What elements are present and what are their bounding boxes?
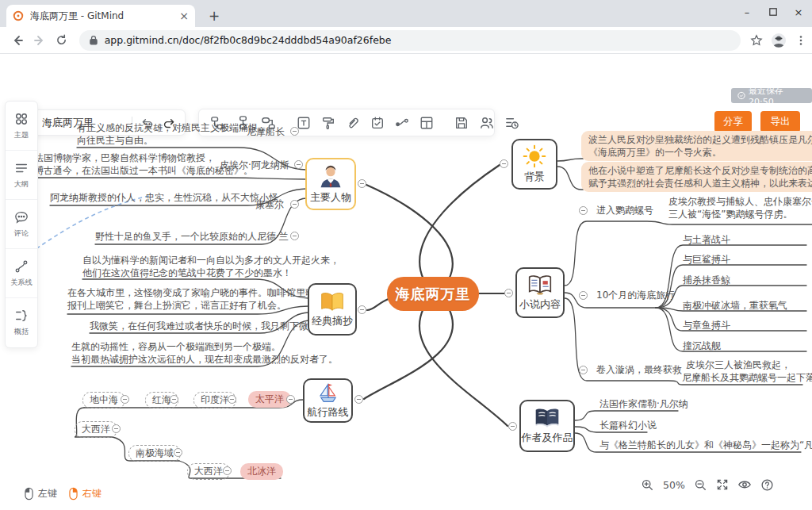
collapse-icon[interactable]: [294, 160, 303, 169]
topic-sea-atlantic-1[interactable]: 大西洋: [75, 421, 117, 438]
help-icon[interactable]: [760, 478, 774, 492]
branch-label: 航行路线: [308, 405, 349, 420]
topic-aronnax[interactable]: 皮埃尔·阿龙纳斯: [220, 159, 289, 171]
person-avatar-icon: [318, 163, 343, 189]
collapse-icon[interactable]: [223, 466, 232, 475]
topic-sea-arctic[interactable]: 北冰洋: [240, 463, 283, 480]
comment-icon: [14, 210, 29, 224]
collapse-icon[interactable]: [500, 159, 508, 168]
presentation-eye-icon[interactable]: [737, 477, 752, 492]
topic-sea-mediterranean[interactable]: 地中海: [82, 392, 125, 408]
tool-sidebar: 主题 大纲 评论 关系线 概括: [5, 101, 38, 348]
collapse-icon[interactable]: [290, 200, 299, 209]
topic-background-1[interactable]: 波兰人民反对沙皇独裁统治的起义遭到残酷镇压是凡尔纳创作 《海底两万里》的一个导火…: [581, 131, 812, 161]
topic-line: 他在小说中塑造了尼摩船长这个反对沙皇专制统治的高大形象，: [588, 164, 812, 177]
topic-aronnax-desc-1[interactable]: 法国博物学家，巴黎自然科学博物馆教授，: [34, 151, 215, 164]
sidebar-item-label: 概括: [14, 327, 29, 337]
sidebar-item-comment[interactable]: 评论: [6, 200, 37, 249]
topic-journey[interactable]: 10个月的海底旅行: [596, 289, 675, 301]
topic-nedland[interactable]: 尼德·兰: [257, 230, 289, 243]
topic-author-trilogy[interactable]: 与《格兰特船长的儿女》和《神秘岛》一起称为“凡尔纳三部曲”: [599, 439, 812, 451]
collapse-icon[interactable]: [290, 232, 299, 240]
topic-event-natives[interactable]: 与土著战斗: [683, 233, 730, 246]
collapse-icon[interactable]: [508, 422, 517, 431]
collapse-icon[interactable]: [121, 395, 129, 404]
collapse-icon[interactable]: [112, 424, 121, 433]
summary-icon: [14, 309, 29, 323]
topic-rescue-note-2[interactable]: 尼摩船长及其鹦鹉螺号一起下落不明。: [682, 371, 812, 384]
collapse-icon[interactable]: [579, 366, 588, 374]
topic-excerpt3[interactable]: 我微笑，在任何我难过或者快乐的时候，我只剩下微笑。: [90, 320, 327, 332]
branch-label: 背景: [524, 170, 545, 184]
topic-nemo-desc-1[interactable]: 有正义感的反抗英雄，对殖民主义极端痛恨，: [77, 121, 267, 134]
topic-excerpt4-l1[interactable]: 生就的动摇性，容易从一个极端跑到另一个极端。: [71, 340, 281, 353]
topic-excerpt1-l1[interactable]: 自以为懂科学的新闻记者和一向自以为多才的文人开起火来，: [82, 254, 339, 267]
topic-nemo[interactable]: 尼摩船长: [247, 125, 285, 138]
branch-node-background[interactable]: 背景: [511, 139, 557, 190]
topic-author-genre[interactable]: 长篇科幻小说: [599, 419, 657, 431]
zoom-level[interactable]: 50%: [663, 479, 685, 491]
collapse-icon[interactable]: [358, 305, 366, 314]
topic-enter-note-1[interactable]: 皮埃尔教授与捕鲸人、忠仆康塞尔一同追踪神秘: [668, 195, 812, 208]
branch-node-excerpts[interactable]: 经典摘抄: [308, 283, 357, 336]
topic-event-ice[interactable]: 南极冲破冰墙，重获氧气: [683, 299, 787, 312]
branch-node-route[interactable]: 航行路线: [303, 378, 353, 423]
collapse-icon[interactable]: [358, 179, 366, 188]
mouse-right-icon: [68, 487, 79, 500]
root-node[interactable]: 海底两万里: [387, 277, 479, 311]
right-click-hint: 右键: [68, 487, 102, 500]
topic-event-octopus[interactable]: 与章鱼搏斗: [683, 319, 730, 332]
topic-excerpt1-l2[interactable]: 他们在这次值得纪念的笔战中花费了不少的墨水！: [82, 267, 292, 279]
topic-rescue[interactable]: 卷入漩涡，最终获救: [596, 363, 682, 376]
collapse-icon[interactable]: [170, 395, 178, 404]
topic-conseil[interactable]: 康塞尔: [255, 198, 284, 211]
topic-line: 《海底两万里》的一个导火索。: [588, 146, 812, 159]
branch-node-characters[interactable]: 主要人物: [305, 158, 356, 210]
sidebar-item-outline[interactable]: 大纲: [6, 151, 37, 200]
topic-excerpt2-l1[interactable]: 在各大城市里，这怪物变成了家喻户晓的事件。咖啡馆里歌唱它，: [67, 286, 343, 299]
zoom-out-icon[interactable]: [694, 478, 707, 492]
collapse-icon[interactable]: [286, 395, 295, 404]
fit-screen-icon[interactable]: [716, 478, 729, 491]
collapse-icon[interactable]: [504, 289, 513, 297]
mouse-hint-bar: 左键 右键: [24, 487, 102, 500]
topic-conseil-desc[interactable]: 阿龙纳斯教授的仆人，忠实，生性沉稳，从不大惊小怪。: [50, 191, 288, 204]
collapse-icon[interactable]: [290, 127, 299, 136]
branch-node-content[interactable]: 小说内容: [515, 267, 565, 318]
collapse-icon[interactable]: [174, 448, 182, 457]
topic-enter-note-2[interactable]: 三人被“海怪”鹦鹉螺号俘虏。: [668, 208, 792, 220]
topic-sea-pacific[interactable]: 太平洋: [248, 391, 291, 408]
topic-background-2[interactable]: 他在小说中塑造了尼摩船长这个反对沙皇专制统治的高大形象， 赋予其强烈的社会责任感…: [581, 162, 812, 192]
sidebar-item-label: 大纲: [14, 178, 29, 189]
topic-author-verne[interactable]: 法国作家儒勒·凡尔纳: [599, 397, 688, 410]
topic-event-whale[interactable]: 捕杀抹香鲸: [683, 274, 730, 286]
topic-line: 波兰人民反对沙皇独裁统治的起义遭到残酷镇压是凡尔纳创作: [588, 133, 812, 146]
right-click-label: 右键: [82, 487, 102, 500]
topic-nemo-desc-2[interactable]: 向往民主与自由。: [77, 134, 153, 147]
topic-enter-nautilus[interactable]: 进入鹦鹉螺号: [596, 204, 653, 217]
collapse-icon[interactable]: [228, 395, 236, 404]
topic-event-warship[interactable]: 撞沉战舰: [683, 339, 721, 352]
sidebar-item-label: 主题: [14, 129, 29, 140]
collapse-icon[interactable]: [579, 291, 588, 300]
branch-node-author[interactable]: 作者及作品: [519, 400, 575, 452]
sidebar-item-label: 评论: [14, 228, 29, 238]
yellow-book-icon: [320, 291, 345, 313]
sailboat-icon: [316, 382, 340, 404]
topic-nedland-desc[interactable]: 野性十足的鱼叉手，一个比较原始的人。: [95, 230, 266, 243]
sidebar-item-relation[interactable]: 关系线: [6, 249, 37, 298]
branch-label: 主要人物: [310, 190, 351, 205]
collapse-icon[interactable]: [579, 206, 588, 215]
topic-event-sharks[interactable]: 与巨鲨搏斗: [683, 253, 730, 266]
topic-rescue-note-1[interactable]: 皮埃尔三人被渔民救起，: [686, 359, 791, 371]
outline-icon: [14, 161, 29, 175]
branch-label: 小说内容: [519, 297, 561, 312]
topic-excerpt4-l2[interactable]: 当初最热诚拥护这次远征的人，现在却变成最激烈的反对者了。: [71, 353, 338, 366]
sidebar-item-theme[interactable]: 主题: [6, 102, 37, 151]
collapse-icon[interactable]: [354, 395, 363, 404]
sidebar-item-summary[interactable]: 概括: [6, 298, 37, 347]
zoom-in-icon[interactable]: [641, 478, 654, 492]
zoom-controls: 50%: [641, 477, 774, 492]
relation-line-icon: [14, 259, 29, 274]
topic-excerpt2-l2[interactable]: 报刊上嘲笑它，舞台上扮演它，谣言正好有了机会。: [67, 299, 286, 312]
